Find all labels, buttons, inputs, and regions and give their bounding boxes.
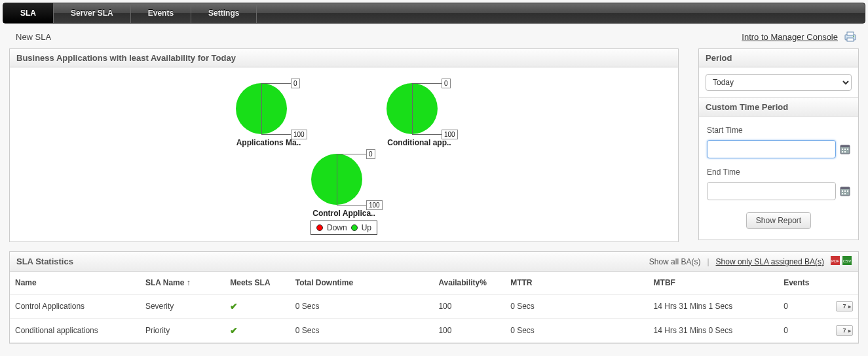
col-action — [831, 272, 858, 294]
col-mtbf[interactable]: MTBF — [649, 272, 779, 294]
cell-events: 0 — [778, 319, 831, 343]
svg-text:PDF: PDF — [831, 259, 839, 263]
nav-tab-settings[interactable]: Settings — [191, 3, 257, 23]
nav-tab-events[interactable]: Events — [131, 3, 191, 23]
col-name[interactable]: Name — [10, 272, 140, 294]
col-events[interactable]: Events — [778, 272, 831, 294]
cell-meets: ✔ — [225, 294, 290, 319]
availability-panel: Business Applications with least Availab… — [9, 48, 679, 242]
intro-link[interactable]: Intro to Manager Console — [742, 32, 838, 42]
svg-rect-15 — [847, 190, 848, 192]
cell-avail: 100 — [433, 294, 505, 319]
cell-name: Conditional applications — [10, 319, 140, 343]
svg-rect-17 — [844, 193, 846, 194]
legend-up-label: Up — [362, 223, 371, 232]
cell-downtime: 0 Secs — [290, 319, 434, 343]
table-header-row: Name SLA Name ↑ Meets SLA Total Downtime… — [10, 272, 858, 294]
legend-down-dot — [316, 224, 323, 231]
svg-rect-5 — [840, 145, 850, 147]
svg-rect-13 — [842, 190, 843, 192]
cell-mttr: 0 Secs — [505, 294, 648, 319]
show-sla-only-link[interactable]: Show only SLA assigned BA(s) — [716, 257, 824, 266]
chart-up-value: 100 — [366, 200, 383, 210]
start-time-input[interactable] — [707, 140, 836, 158]
cell-meets: ✔ — [225, 319, 290, 343]
sla-table: Name SLA Name ↑ Meets SLA Total Downtime… — [10, 272, 858, 343]
chart-applications: 0 100 Applications Ma.. — [229, 79, 308, 147]
chart-up-value: 100 — [442, 130, 458, 139]
csv-icon[interactable]: CSV — [842, 256, 852, 267]
end-time-input[interactable] — [707, 182, 836, 200]
row-action-button[interactable]: 7 — [836, 301, 853, 312]
period-panel: Period Today Custom Time Period Start Ti… — [698, 48, 859, 240]
chart-down-value: 0 — [291, 79, 300, 88]
chart-up-value: 100 — [291, 130, 307, 139]
breadcrumb: New SLA — [16, 32, 51, 42]
cell-downtime: 0 Secs — [290, 294, 434, 319]
svg-rect-16 — [842, 193, 843, 194]
svg-rect-8 — [847, 149, 848, 150]
table-row: Control Applications Severity ✔ 0 Secs 1… — [10, 294, 858, 319]
col-mttr[interactable]: MTTR — [505, 272, 648, 294]
end-time-label: End Time — [707, 168, 850, 177]
cell-sla: Priority — [140, 319, 225, 343]
cell-avail: 100 — [433, 319, 505, 343]
svg-rect-7 — [844, 149, 846, 150]
check-icon: ✔ — [230, 325, 238, 336]
calendar-icon[interactable] — [840, 186, 850, 196]
cell-events: 0 — [778, 294, 831, 319]
start-time-label: Start Time — [707, 126, 850, 135]
period-select[interactable]: Today — [706, 74, 852, 91]
svg-rect-6 — [842, 149, 843, 150]
period-title: Period — [699, 49, 858, 67]
divider: | — [707, 257, 709, 266]
legend-up-dot — [351, 224, 358, 231]
cell-mttr: 0 Secs — [505, 319, 648, 343]
custom-period-title: Custom Time Period — [699, 98, 858, 116]
table-row: Conditional applications Priority ✔ 0 Se… — [10, 319, 858, 343]
cell-sla: Severity — [140, 294, 225, 319]
show-all-bas-link[interactable]: Show all BA(s) — [649, 257, 701, 266]
chart-legend: Down Up — [311, 221, 377, 235]
svg-rect-12 — [840, 187, 850, 189]
svg-rect-1 — [847, 32, 854, 35]
svg-rect-9 — [842, 151, 843, 152]
availability-panel-title: Business Applications with least Availab… — [10, 49, 678, 67]
svg-text:CSV: CSV — [843, 259, 851, 263]
cell-mtbf: 14 Hrs 31 Mins 1 Secs — [649, 294, 779, 319]
chart-conditional: 0 100 Conditional app.. — [380, 79, 459, 147]
show-report-button[interactable]: Show Report — [746, 212, 811, 229]
chart-title: Applications Ma.. — [236, 138, 301, 147]
cell-mtbf: 14 Hrs 31 Mins 0 Secs — [649, 319, 779, 343]
chart-down-value: 0 — [366, 149, 375, 159]
row-action-button[interactable]: 7 — [836, 325, 853, 336]
col-meets-sla[interactable]: Meets SLA — [225, 272, 290, 294]
svg-rect-14 — [844, 190, 846, 192]
nav-tab-sla[interactable]: SLA — [3, 3, 54, 23]
svg-rect-2 — [847, 38, 854, 41]
col-downtime[interactable]: Total Downtime — [290, 272, 434, 294]
check-icon: ✔ — [230, 301, 238, 312]
pdf-icon[interactable]: PDF — [831, 256, 840, 267]
svg-point-3 — [853, 36, 854, 37]
chart-down-value: 0 — [442, 79, 451, 88]
top-nav: SLA Server SLA Events Settings — [3, 3, 865, 24]
sla-stats-title: SLA Statistics — [16, 257, 73, 266]
sub-header: New SLA Intro to Manager Console — [0, 24, 868, 48]
chart-control: 0 100 Control Applica.. — [305, 150, 383, 218]
chart-title: Control Applica.. — [312, 209, 375, 218]
print-icon[interactable] — [844, 31, 856, 42]
nav-tab-server-sla[interactable]: Server SLA — [54, 3, 131, 23]
col-sla-name[interactable]: SLA Name ↑ — [140, 272, 225, 294]
sla-stats-panel: SLA Statistics Show all BA(s) | Show onl… — [9, 251, 859, 344]
chart-title: Conditional app.. — [387, 138, 451, 147]
cell-name: Control Applications — [10, 294, 140, 319]
col-availability[interactable]: Availability% — [433, 272, 505, 294]
svg-rect-10 — [844, 151, 846, 152]
calendar-icon[interactable] — [840, 144, 850, 154]
legend-down-label: Down — [327, 223, 347, 232]
